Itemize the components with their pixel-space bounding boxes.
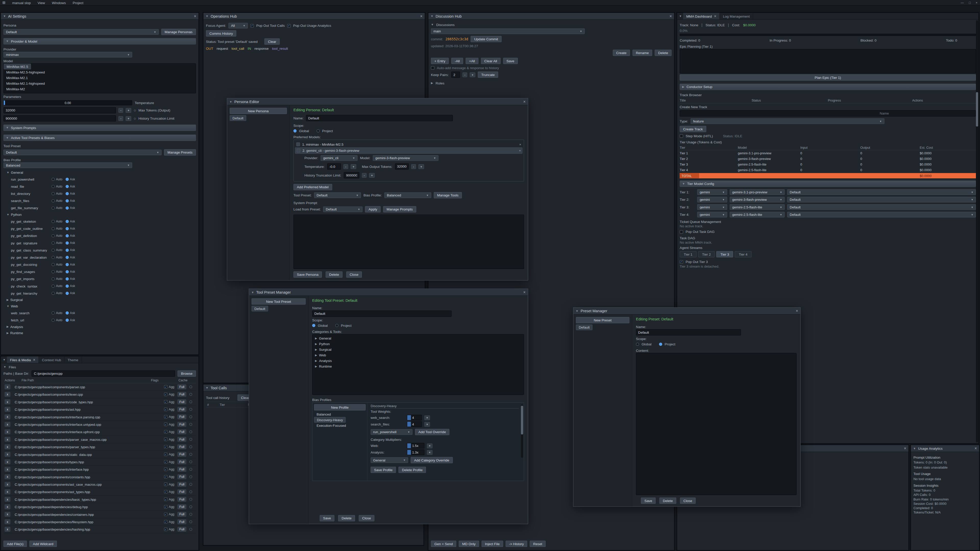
agg-checkbox[interactable]: ✓ — [164, 468, 167, 471]
full-button[interactable]: Full — [177, 489, 186, 494]
usage-analytics-header[interactable]: ▼ Usage Analytics × — [911, 445, 979, 452]
tool-group[interactable]: ▶Analysis — [3, 324, 196, 330]
tier-provider-select[interactable]: gemini▼ — [697, 204, 727, 210]
cache-indicator[interactable] — [189, 408, 192, 411]
preset-list[interactable]: Default — [576, 324, 629, 330]
pm-history-input[interactable] — [344, 172, 360, 178]
close-icon[interactable]: × — [714, 14, 716, 18]
full-button[interactable]: Full — [177, 512, 186, 516]
section-tier-model-config[interactable]: ▼Tier Model Config — [679, 181, 976, 187]
ask-radio[interactable] — [65, 263, 68, 266]
tier-model-select[interactable]: gemini-3.1-pro-preview▼ — [730, 189, 785, 195]
ask-radio[interactable] — [65, 270, 68, 273]
keep-pairs-input[interactable] — [451, 71, 460, 78]
close-icon[interactable]: × — [670, 14, 672, 18]
remove-file-button[interactable]: x — [5, 414, 10, 419]
provider-select[interactable]: minimax▼ — [3, 52, 132, 57]
auto-radio[interactable] — [52, 277, 55, 280]
menu-item[interactable]: Project — [73, 1, 83, 5]
auto-radio[interactable] — [52, 284, 55, 287]
auto-radio[interactable] — [52, 270, 55, 273]
remove-file-button[interactable]: x — [5, 482, 10, 486]
delete-preset-button[interactable]: Delete — [659, 498, 676, 504]
bias-profile-item[interactable]: Balanced — [314, 411, 366, 417]
discussion-footer-button[interactable]: Gen + Send — [431, 541, 456, 547]
cache-indicator[interactable] — [189, 400, 192, 403]
cache-indicator[interactable] — [189, 453, 192, 456]
agg-checkbox[interactable]: ✓ — [164, 460, 167, 464]
pm-model-select[interactable]: gemini-3-flash-preview▼ — [373, 156, 438, 161]
preset-name-input[interactable] — [636, 329, 741, 335]
agg-checkbox[interactable]: ✓ — [164, 430, 167, 433]
discussion-entry-button[interactable]: +All — [466, 58, 479, 64]
agg-checkbox[interactable]: ✓ — [164, 520, 167, 524]
remove-weight-button[interactable]: × — [425, 415, 430, 420]
persona-item[interactable]: Default — [230, 115, 246, 121]
cache-indicator[interactable] — [189, 498, 192, 501]
discussion-footer-button[interactable]: Reset — [530, 541, 546, 547]
tab-context-hub[interactable]: Context Hub — [39, 356, 65, 363]
tier-model-select[interactable]: gemini-3-flash-preview▼ — [730, 197, 785, 202]
discussion-entry-button[interactable]: + Entry — [431, 58, 449, 64]
remove-file-button[interactable]: x — [5, 392, 10, 397]
auto-radio[interactable] — [52, 227, 55, 230]
pm-temperature-input[interactable] — [327, 163, 341, 169]
agg-checkbox[interactable]: ✓ — [164, 415, 167, 418]
cache-indicator[interactable] — [189, 445, 192, 448]
model-option[interactable]: MiniMax-M2.1 — [4, 75, 196, 81]
chevron-down-icon[interactable]: ▼ — [3, 358, 6, 361]
model-option[interactable]: MiniMax-M2 — [4, 86, 196, 92]
minimize-icon[interactable]: — — [961, 1, 964, 4]
agg-checkbox[interactable]: ✓ — [164, 475, 167, 478]
chevron-down-icon[interactable]: ▼ — [3, 365, 6, 368]
full-button[interactable]: Full — [177, 400, 186, 404]
agg-checkbox[interactable]: ✓ — [164, 392, 167, 396]
agg-checkbox[interactable]: ✓ — [164, 498, 167, 501]
ask-radio[interactable] — [65, 241, 68, 245]
tab-mma-dashboard[interactable]: MMA Dashboard× — [683, 13, 720, 19]
cache-indicator[interactable] — [189, 430, 192, 433]
close-icon[interactable]: × — [420, 14, 422, 18]
scrollbar-track[interactable] — [521, 405, 523, 457]
increment-button[interactable]: + — [369, 173, 375, 178]
ask-radio[interactable] — [65, 185, 68, 188]
discussion-manage-button[interactable]: Rename — [632, 50, 652, 56]
remove-file-button[interactable]: x — [5, 384, 10, 389]
window-close-icon[interactable]: × — [976, 1, 977, 4]
model-list[interactable]: MiniMax-M2.5MiniMax-M2.5-highspeedMiniMa… — [3, 64, 196, 94]
scope-project-radio[interactable] — [317, 129, 320, 132]
agg-checkbox[interactable]: ✓ — [164, 505, 167, 508]
category-item[interactable]: ▶Runtime — [312, 364, 524, 369]
scrollbar-thumb[interactable] — [976, 92, 978, 127]
category-item[interactable]: ▶Analysis — [312, 358, 524, 364]
full-button[interactable]: Full — [177, 437, 186, 441]
history-limit-input[interactable] — [3, 115, 116, 121]
comms-history-button[interactable]: Comms History — [206, 30, 236, 37]
chevron-down-icon[interactable]: ▼ — [576, 310, 579, 313]
tab-theme[interactable]: Theme — [65, 356, 82, 363]
cache-indicator[interactable] — [189, 520, 192, 523]
agg-checkbox[interactable]: ✓ — [164, 453, 167, 456]
cache-indicator[interactable] — [189, 528, 192, 530]
tool-preset-list[interactable]: Default — [251, 306, 306, 311]
decrement-button[interactable]: - — [118, 108, 123, 113]
cache-indicator[interactable] — [189, 468, 192, 471]
apply-button[interactable]: Apply — [365, 206, 381, 212]
auto-radio[interactable] — [52, 256, 55, 259]
close-icon[interactable]: × — [33, 358, 35, 362]
discussion-entry-button[interactable]: Save — [503, 58, 518, 64]
tool-override-select[interactable]: run_powershell▼ — [371, 429, 412, 435]
remove-file-button[interactable]: x — [5, 422, 10, 427]
discussion-select[interactable]: main▼ — [431, 28, 585, 34]
pe-tool-preset-select[interactable]: Default▼ — [314, 192, 361, 198]
full-button[interactable]: Full — [177, 422, 186, 427]
base-dir-input[interactable] — [32, 370, 175, 376]
model-option[interactable]: MiniMax-M2.5-highspeed — [4, 69, 196, 75]
full-button[interactable]: Full — [177, 430, 186, 434]
close-persona-button[interactable]: Close — [346, 272, 362, 278]
new-profile-button[interactable]: New Profile — [314, 404, 366, 410]
close-icon[interactable]: × — [523, 290, 525, 294]
ask-radio[interactable] — [65, 178, 68, 181]
remove-multiplier-button[interactable]: × — [427, 450, 433, 454]
pe-bias-profile-select[interactable]: Balanced▼ — [384, 192, 431, 198]
